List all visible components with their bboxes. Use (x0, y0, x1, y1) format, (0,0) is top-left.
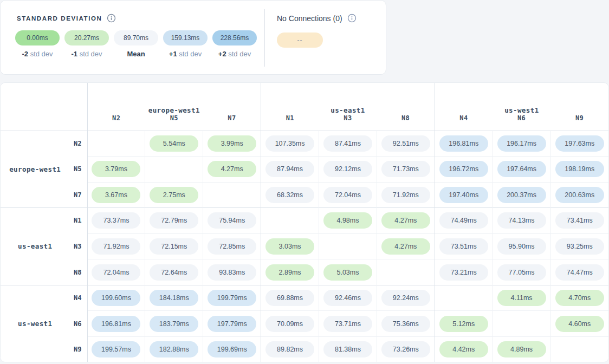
latency-cell[interactable]: 197.79ms (208, 316, 256, 332)
latency-cell[interactable]: 74.13ms (497, 212, 546, 229)
latency-cell[interactable]: 196.81ms (439, 135, 488, 152)
latency-cell[interactable]: 74.47ms (555, 264, 604, 281)
latency-cell[interactable]: 5.54ms (150, 135, 198, 152)
latency-cell[interactable]: 4.27ms (381, 212, 430, 229)
latency-cell[interactable]: 197.63ms (555, 135, 604, 152)
latency-cell-container: 4.42ms (435, 336, 493, 362)
latency-cell[interactable]: 4.98ms (323, 212, 372, 229)
latency-cell[interactable]: 73.41ms (555, 212, 604, 229)
latency-cell[interactable]: 4.11ms (497, 290, 546, 306)
latency-cell[interactable]: 72.15ms (150, 238, 198, 255)
latency-cell-container: 92.51ms (377, 131, 435, 157)
latency-cell[interactable]: 87.94ms (265, 161, 314, 177)
legend-stop-pill: 0.00ms (15, 30, 60, 46)
latency-cell[interactable]: 200.63ms (555, 187, 604, 203)
latency-cell-container: 87.94ms (261, 157, 319, 183)
latency-cell[interactable]: 199.79ms (208, 290, 256, 306)
latency-cell-container: 75.36ms (377, 311, 435, 337)
latency-cell[interactable]: 4.27ms (381, 238, 430, 255)
latency-cell[interactable]: 92.51ms (381, 135, 430, 152)
info-icon[interactable] (347, 14, 357, 23)
self-cell (261, 208, 319, 234)
no-connections-pill: -- (277, 32, 323, 48)
latency-cell[interactable]: 4.70ms (555, 290, 604, 306)
latency-cell[interactable]: 197.64ms (497, 161, 546, 177)
legend-title: STANDARD DEVIATION (17, 15, 102, 22)
latency-cell[interactable]: 72.04ms (323, 187, 372, 203)
latency-cell[interactable]: 4.27ms (208, 161, 256, 177)
corner-cell (1, 83, 87, 114)
latency-cell[interactable]: 92.46ms (323, 290, 372, 306)
latency-cell[interactable]: 73.51ms (439, 238, 488, 255)
latency-cell-container: 200.37ms (493, 182, 550, 208)
latency-cell[interactable]: 200.37ms (497, 187, 546, 203)
latency-cell-container: 74.13ms (493, 208, 550, 234)
latency-cell[interactable]: 87.41ms (323, 135, 372, 152)
latency-cell[interactable]: 72.79ms (150, 212, 198, 229)
latency-cell[interactable]: 73.26ms (381, 341, 430, 358)
latency-cell[interactable]: 199.57ms (92, 341, 140, 358)
latency-cell[interactable]: 81.38ms (323, 341, 372, 358)
latency-cell[interactable]: 4.60ms (555, 316, 604, 332)
latency-cell-container: 72.15ms (145, 233, 203, 259)
latency-cell[interactable]: 5.12ms (439, 316, 488, 332)
row-header: N8 (1, 259, 87, 285)
latency-cell[interactable]: 93.83ms (208, 264, 256, 281)
latency-cell[interactable]: 4.42ms (439, 341, 488, 358)
latency-cell[interactable]: 92.12ms (323, 161, 372, 177)
latency-cell[interactable]: 68.32ms (265, 187, 314, 203)
latency-cell-container: 3.79ms (87, 157, 145, 183)
latency-cell[interactable]: 70.09ms (265, 316, 314, 332)
latency-cell[interactable]: 73.71ms (323, 316, 372, 332)
latency-cell[interactable]: 92.24ms (381, 290, 430, 306)
latency-cell[interactable]: 4.89ms (497, 341, 546, 358)
latency-cell[interactable]: 72.64ms (150, 264, 198, 281)
latency-cell[interactable]: 77.05ms (497, 264, 546, 281)
latency-cell[interactable]: 72.04ms (92, 264, 140, 281)
latency-cell[interactable]: 89.82ms (265, 341, 314, 358)
latency-cell-container: 4.60ms (550, 311, 608, 337)
row-node-label: N1 (63, 217, 82, 224)
latency-cell[interactable]: 75.36ms (381, 316, 430, 332)
latency-cell[interactable]: 182.88ms (150, 341, 198, 358)
latency-cell[interactable]: 72.85ms (208, 238, 256, 255)
latency-cell[interactable]: 3.99ms (208, 135, 256, 152)
latency-cell[interactable]: 2.75ms (150, 187, 198, 203)
latency-cell[interactable]: 3.03ms (265, 238, 314, 255)
latency-cell[interactable]: 199.69ms (208, 341, 256, 358)
row-header: N1 (1, 208, 87, 234)
legend-labels-row: -2 std dev-1 std devMean+1 std dev+2 std… (15, 50, 257, 58)
latency-cell[interactable]: 71.73ms (381, 161, 430, 177)
column-node-header: N1 (261, 114, 319, 131)
latency-cell[interactable]: 183.79ms (150, 316, 198, 332)
latency-cell[interactable]: 95.90ms (497, 238, 546, 255)
latency-cell[interactable]: 74.49ms (439, 212, 488, 229)
latency-cell-container: 68.32ms (261, 182, 319, 208)
latency-cell[interactable]: 196.81ms (92, 316, 140, 332)
latency-cell[interactable]: 197.40ms (439, 187, 488, 203)
latency-cell[interactable]: 73.21ms (439, 264, 488, 281)
latency-cell[interactable]: 73.37ms (92, 212, 140, 229)
latency-cell[interactable]: 5.03ms (323, 264, 372, 281)
latency-cell-container: 4.11ms (493, 285, 550, 311)
latency-cell[interactable]: 199.60ms (92, 290, 140, 306)
latency-cell[interactable]: 3.67ms (92, 187, 140, 203)
info-icon[interactable] (107, 14, 116, 23)
latency-cell[interactable]: 69.88ms (265, 290, 314, 306)
latency-cell[interactable]: 184.18ms (150, 290, 198, 306)
latency-cell[interactable]: 2.89ms (265, 264, 314, 281)
latency-cell-container: 92.12ms (319, 157, 377, 183)
latency-cell[interactable]: 71.92ms (381, 187, 430, 203)
latency-cell[interactable]: 93.25ms (555, 238, 604, 255)
latency-cell[interactable]: 196.72ms (439, 161, 488, 177)
row-region-label: us-east1 (1, 242, 63, 250)
latency-cell[interactable]: 196.17ms (497, 135, 546, 152)
latency-cell[interactable]: 75.94ms (208, 212, 256, 229)
latency-cell-container: 3.99ms (203, 131, 261, 157)
latency-cell-container: 196.81ms (435, 131, 493, 157)
latency-cell[interactable]: 71.92ms (92, 238, 140, 255)
latency-cell[interactable]: 107.35ms (265, 135, 314, 152)
legend-stop-pill: 20.27ms (64, 30, 109, 46)
latency-cell[interactable]: 198.19ms (555, 161, 604, 177)
latency-cell[interactable]: 3.79ms (92, 161, 140, 177)
